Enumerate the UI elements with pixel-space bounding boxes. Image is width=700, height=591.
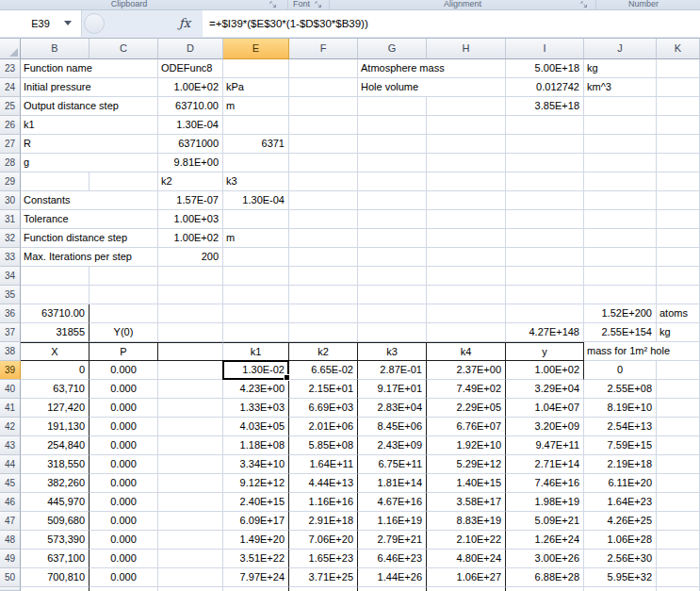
cell-D31[interactable]: 1.00E+03 <box>158 210 223 229</box>
cell-I44[interactable]: 2.71E+14 <box>506 455 584 474</box>
cell-J27[interactable] <box>584 135 657 154</box>
cell-D29[interactable]: k2 <box>158 172 223 191</box>
cell-H44[interactable]: 5.29E+12 <box>427 455 506 474</box>
cell-H37[interactable] <box>427 323 506 342</box>
cell-J35[interactable] <box>584 286 657 304</box>
cell-C39[interactable]: 0.000 <box>90 361 158 380</box>
cell-D50[interactable] <box>158 568 223 587</box>
cell-B44[interactable]: 318,550 <box>21 455 90 474</box>
row-header-26[interactable]: 26 <box>0 116 21 135</box>
cell-D23[interactable]: ODEFunc8 <box>158 59 223 78</box>
cell-K32[interactable] <box>657 229 700 248</box>
cell-G51[interactable] <box>358 587 427 591</box>
cell-D42[interactable] <box>158 418 223 436</box>
cell-K24[interactable] <box>657 78 700 97</box>
cell-H24[interactable] <box>427 78 506 97</box>
cell-J51[interactable] <box>584 587 657 591</box>
cell-K46[interactable] <box>657 493 700 512</box>
cell-G30[interactable] <box>358 191 427 210</box>
cell-D43[interactable] <box>158 436 223 455</box>
cell-J44[interactable]: 2.19E+18 <box>584 455 657 474</box>
cell-E46[interactable]: 2.40E+15 <box>223 493 289 512</box>
column-header-F[interactable]: F <box>289 39 358 59</box>
cell-E51[interactable] <box>223 587 289 591</box>
cell-F46[interactable]: 1.16E+16 <box>289 493 358 512</box>
cell-I42[interactable]: 3.20E+09 <box>506 418 584 436</box>
column-header-D[interactable]: D <box>158 39 223 59</box>
cell-J25[interactable] <box>584 97 657 116</box>
cell-D25[interactable]: 63710.00 <box>158 97 223 116</box>
cell-D36[interactable] <box>158 304 223 323</box>
cell-K25[interactable] <box>657 97 700 116</box>
column-header-K[interactable]: K <box>657 39 700 59</box>
cell-H46[interactable]: 3.58E+17 <box>427 493 506 512</box>
cell-E40[interactable]: 4.23E+00 <box>223 380 289 399</box>
cell-J39[interactable]: 0 <box>584 361 657 380</box>
cell-G40[interactable]: 9.17E+01 <box>358 380 427 399</box>
cell-E38[interactable]: k1 <box>223 342 289 361</box>
column-header-B[interactable]: B <box>21 39 90 59</box>
cell-B42[interactable]: 191,130 <box>21 418 90 436</box>
cell-G32[interactable] <box>358 229 427 248</box>
cell-B47[interactable]: 509,680 <box>21 512 90 531</box>
cell-F35[interactable] <box>289 286 358 304</box>
cell-J26[interactable] <box>584 116 657 135</box>
cell-G50[interactable]: 1.44E+26 <box>358 568 427 587</box>
cell-G48[interactable]: 2.79E+21 <box>358 531 427 550</box>
cell-H31[interactable] <box>427 210 506 229</box>
cell-I40[interactable]: 3.29E+04 <box>506 380 584 399</box>
row-header-25[interactable]: 25 <box>0 97 21 116</box>
dialog-launcher-icon[interactable] <box>315 1 322 8</box>
cell-D40[interactable] <box>158 380 223 399</box>
cell-D26[interactable]: 1.30E-04 <box>158 116 223 135</box>
cell-K23[interactable] <box>657 59 700 78</box>
cell-H34[interactable] <box>427 267 506 286</box>
cell-K26[interactable] <box>657 116 700 135</box>
cell-D44[interactable] <box>158 455 223 474</box>
cell-G49[interactable]: 6.46E+23 <box>358 550 427 568</box>
cell-I49[interactable]: 3.00E+26 <box>506 550 584 568</box>
cell-I25[interactable]: 3.85E+18 <box>506 97 584 116</box>
cell-E33[interactable] <box>223 248 289 267</box>
cell-D34[interactable] <box>158 267 223 286</box>
cell-I48[interactable]: 1.26E+24 <box>506 531 584 550</box>
cell-G29[interactable] <box>358 172 427 191</box>
cell-F51[interactable] <box>289 587 358 591</box>
row-header-27[interactable]: 27 <box>0 135 21 154</box>
cell-B29[interactable] <box>21 172 90 191</box>
cell-I29[interactable] <box>506 172 584 191</box>
cell-I46[interactable]: 1.98E+19 <box>506 493 584 512</box>
cell-K30[interactable] <box>657 191 700 210</box>
cell-G38[interactable]: k3 <box>358 342 427 361</box>
cell-J37[interactable]: 2.55E+154 <box>584 323 657 342</box>
row-header-34[interactable]: 34 <box>0 267 21 286</box>
cell-G41[interactable]: 2.83E+04 <box>358 399 427 418</box>
dialog-launcher-icon[interactable] <box>269 1 277 8</box>
cell-J50[interactable]: 5.95E+32 <box>584 568 657 587</box>
active-cell-selection[interactable] <box>222 360 289 380</box>
cell-G45[interactable]: 1.81E+14 <box>358 474 427 493</box>
cell-J49[interactable]: 2.56E+30 <box>584 550 657 568</box>
cell-G43[interactable]: 2.43E+09 <box>358 436 427 455</box>
cell-I50[interactable]: 6.88E+28 <box>506 568 584 587</box>
row-header-51[interactable] <box>0 587 21 591</box>
cell-D47[interactable] <box>158 512 223 531</box>
cell-H35[interactable] <box>427 286 506 304</box>
cell-K27[interactable] <box>657 135 700 154</box>
cell-I41[interactable]: 1.04E+07 <box>506 399 584 418</box>
cell-J43[interactable]: 7.59E+15 <box>584 436 657 455</box>
row-header-33[interactable]: 33 <box>0 248 21 267</box>
cell-B48[interactable]: 573,390 <box>21 531 90 550</box>
cell-K47[interactable] <box>657 512 700 531</box>
row-header-28[interactable]: 28 <box>0 154 21 172</box>
cell-C40[interactable]: 0.000 <box>90 380 158 399</box>
cell-G31[interactable] <box>358 210 427 229</box>
cell-H28[interactable] <box>427 154 506 172</box>
cell-B51[interactable] <box>21 587 90 591</box>
cell-B37[interactable]: 31855 <box>21 323 90 342</box>
cell-C23[interactable] <box>90 59 158 78</box>
cell-J23[interactable]: kg <box>584 59 657 78</box>
cell-G46[interactable]: 4.67E+16 <box>358 493 427 512</box>
cell-J47[interactable]: 4.26E+25 <box>584 512 657 531</box>
cell-I32[interactable] <box>506 229 584 248</box>
